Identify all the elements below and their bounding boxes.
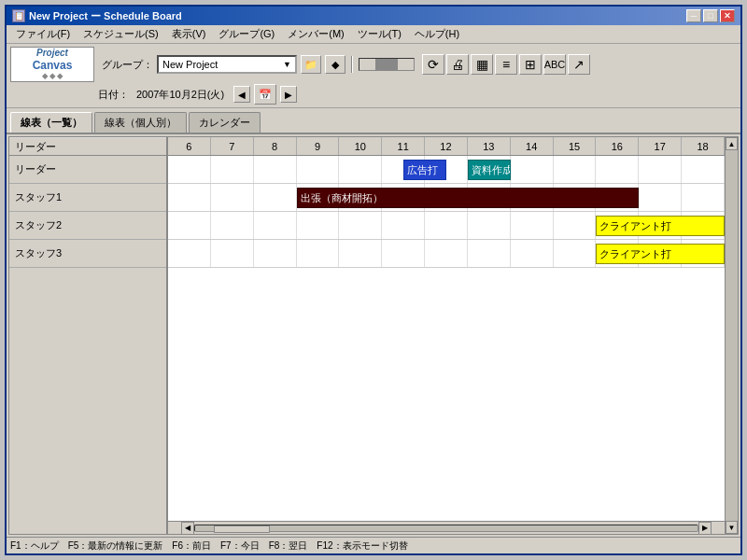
grid-cell	[211, 184, 254, 211]
grid-cell	[382, 212, 425, 239]
main-area: リーダー リーダー スタッフ1 スタッフ2 スタッフ3 678	[7, 134, 740, 537]
hour-cell-16: 16	[596, 137, 639, 155]
window-title: New Project ー Schedule Board	[29, 9, 182, 23]
member-row-staff1: スタッフ1	[9, 184, 166, 212]
menu-view[interactable]: 表示(V)	[166, 26, 212, 42]
view-grid-button[interactable]: ⊞	[519, 54, 542, 75]
horizontal-scrollbar[interactable]: ◀ ▶	[168, 521, 725, 534]
grid-cell	[382, 240, 425, 267]
grid-empty-area	[168, 268, 725, 521]
grid-cell	[168, 156, 211, 183]
grid-cell	[639, 156, 682, 183]
grid-row-leader: 広告打資料作成	[168, 156, 725, 184]
menu-help[interactable]: ヘルプ(H)	[409, 26, 465, 42]
text-button[interactable]: ABC	[543, 54, 566, 75]
hour-cell-17: 17	[639, 137, 682, 155]
hour-cell-8: 8	[254, 137, 297, 155]
diamond-button[interactable]: ◆	[325, 55, 345, 74]
grid-cell	[339, 240, 382, 267]
grid-cell	[168, 184, 211, 211]
tab-list-view[interactable]: 線表（一覧）	[10, 112, 92, 133]
event-bar[interactable]: 広告打	[403, 160, 446, 180]
grid-cell	[554, 212, 597, 239]
event-bar[interactable]: クライアント打	[596, 244, 725, 264]
grid-row-staff1: 出張（商材開拓）	[168, 184, 725, 212]
member-column-header: リーダー	[9, 137, 166, 156]
maximize-button[interactable]: □	[703, 9, 718, 22]
print-button[interactable]: 🖨	[446, 54, 469, 75]
minimize-button[interactable]: ─	[686, 9, 701, 22]
date-value: 2007年10月2日(火)	[136, 88, 224, 102]
hour-cell-14: 14	[511, 137, 554, 155]
grid-cell	[554, 240, 597, 267]
grid-cell	[682, 184, 725, 211]
menu-group[interactable]: グループ(G)	[213, 26, 280, 42]
tab-individual-view[interactable]: 線表（個人別）	[94, 112, 187, 133]
grid-cell	[682, 156, 725, 183]
grid-container: 広告打資料作成 出張（商材開拓） クライアント打 クライアント打	[168, 156, 725, 521]
close-button[interactable]: ✕	[720, 9, 735, 22]
hour-header: 6789101112131415161718	[168, 137, 725, 156]
schedule-container: リーダー リーダー スタッフ1 スタッフ2 スタッフ3 678	[8, 136, 739, 535]
hour-cell-18: 18	[682, 137, 725, 155]
window-icon: 📋	[12, 9, 25, 22]
grid-cell	[254, 184, 297, 211]
grid-cell	[211, 240, 254, 267]
scroll-thumb[interactable]	[214, 525, 270, 533]
prev-date-button[interactable]: ◀	[233, 86, 250, 103]
calendar-button[interactable]: 📅	[254, 84, 276, 105]
grid-cell	[554, 156, 597, 183]
grid-cell	[254, 240, 297, 267]
grid-cell	[468, 240, 511, 267]
menu-member[interactable]: メンバー(M)	[282, 26, 350, 42]
grid-cell	[339, 156, 382, 183]
scroll-right-button[interactable]: ▶	[698, 522, 712, 535]
view-list-button[interactable]: ≡	[495, 54, 517, 75]
grid-cell	[468, 212, 511, 239]
grid-cell	[168, 240, 211, 267]
toolbar-right: ⟳ 🖨 ▦ ≡ ⊞ ABC ↗	[422, 54, 590, 75]
main-window: 📋 New Project ー Schedule Board ─ □ ✕ ファイ…	[5, 5, 742, 555]
grid-cell	[254, 156, 297, 183]
menu-tools[interactable]: ツール(T)	[352, 26, 407, 42]
menu-file[interactable]: ファイル(F)	[10, 26, 76, 42]
hour-cell-7: 7	[211, 137, 254, 155]
grid-row-staff3: クライアント打	[168, 240, 725, 268]
group-label: グループ：	[102, 58, 153, 72]
hour-cell-11: 11	[382, 137, 425, 155]
tab-calendar-view[interactable]: カレンダー	[189, 112, 261, 133]
next-date-button[interactable]: ▶	[280, 86, 297, 103]
grid-cell	[596, 156, 639, 183]
grid-cell	[254, 212, 297, 239]
refresh-button[interactable]: ⟳	[422, 54, 444, 75]
scroll-vtrack	[726, 150, 738, 521]
menu-schedule[interactable]: スケジュール(S)	[78, 26, 164, 42]
event-bar[interactable]: クライアント打	[596, 216, 725, 236]
scroll-track	[194, 525, 698, 532]
event-bar[interactable]: 資料作成	[468, 160, 511, 180]
grid-cell	[297, 240, 340, 267]
menubar: ファイル(F) スケジュール(S) 表示(V) グループ(G) メンバー(M) …	[7, 25, 740, 44]
hour-cell-10: 10	[339, 137, 382, 155]
scroll-down-button[interactable]: ▼	[726, 521, 738, 534]
view-split-button[interactable]: ▦	[471, 54, 493, 75]
scroll-up-button[interactable]: ▲	[726, 137, 738, 150]
hour-cell-9: 9	[297, 137, 340, 155]
grid-cell	[425, 212, 468, 239]
grid-cell	[297, 156, 340, 183]
group-dropdown[interactable]: New Project ▼	[157, 55, 297, 74]
hour-cell-13: 13	[468, 137, 511, 155]
date-label: 日付：	[98, 88, 129, 102]
vertical-scrollbar[interactable]: ▲ ▼	[725, 137, 738, 534]
open-folder-button[interactable]: 📁	[301, 55, 321, 74]
event-bar[interactable]: 出張（商材開拓）	[297, 188, 640, 208]
grid-cell	[211, 156, 254, 183]
grid-cell	[511, 156, 554, 183]
grid-cell	[511, 240, 554, 267]
hour-cell-15: 15	[554, 137, 597, 155]
grid-cell	[297, 212, 340, 239]
logo: Project Canvas ◆ ◆ ◆	[10, 47, 94, 82]
scroll-left-button[interactable]: ◀	[181, 522, 194, 535]
export-button[interactable]: ↗	[568, 54, 590, 75]
grid-cell	[339, 212, 382, 239]
